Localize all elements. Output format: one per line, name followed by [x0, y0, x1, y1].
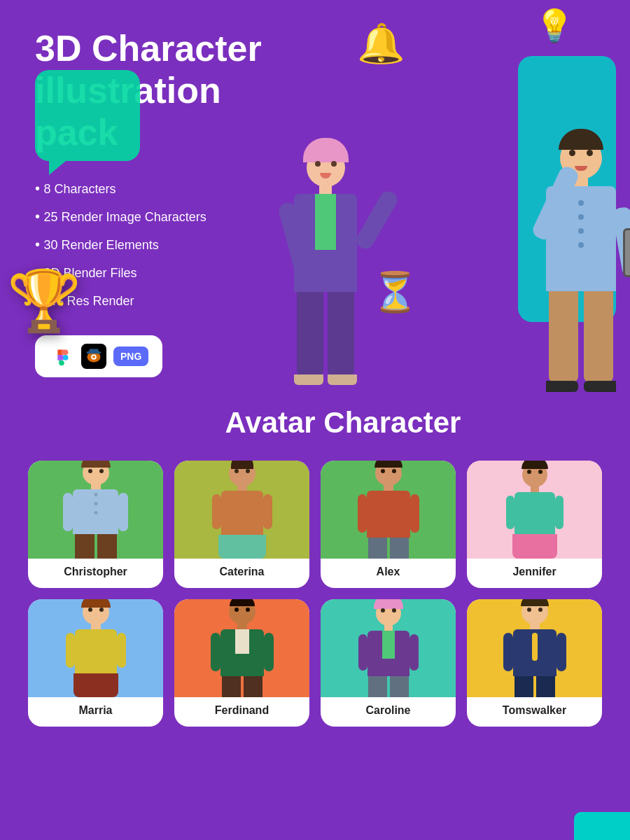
- avatar-img-christopher: [28, 461, 163, 559]
- male-character: [546, 137, 616, 392]
- avatar-card-ferdinand[interactable]: Ferdinand: [174, 599, 309, 727]
- trophy-container: 🏆: [7, 266, 81, 336]
- png-badge: PNG: [113, 346, 148, 366]
- avatar-img-marria: [28, 599, 163, 697]
- bell-icon: 🔔: [357, 21, 405, 66]
- avatar-card-caterina[interactable]: Caterina: [174, 461, 309, 588]
- hero-characters-area: 🔔 💡 ⏳: [252, 0, 630, 399]
- avatar-name-caroline: Caroline: [365, 704, 410, 717]
- bottom-teal-hint: [574, 812, 630, 840]
- avatar-name-caterina: Caterina: [219, 566, 264, 578]
- avatar-section: Avatar Character: [0, 406, 630, 766]
- avatar-img-tomswalker: [467, 599, 602, 697]
- avatar-card-caroline[interactable]: Caroline: [321, 599, 456, 727]
- avatar-img-jennifer: [467, 461, 602, 559]
- trophy-icon: 🏆: [7, 266, 81, 336]
- avatar-card-christopher[interactable]: Christopher: [28, 461, 163, 588]
- svg-point-1: [63, 355, 69, 360]
- avatar-grid-row2: Marria: [28, 599, 602, 727]
- avatar-name-ferdinand: Ferdinand: [215, 704, 269, 717]
- avatar-img-alex: [321, 461, 456, 559]
- avatar-card-marria[interactable]: Marria: [28, 599, 163, 727]
- avatar-name-marria: Marria: [78, 704, 112, 717]
- blender-icon: [81, 344, 106, 369]
- avatar-card-alex[interactable]: Alex: [321, 461, 456, 588]
- hourglass-icon: ⏳: [371, 270, 419, 315]
- format-badges-container: PNG: [35, 335, 162, 377]
- avatar-grid-row1: Christopher: [28, 461, 602, 588]
- avatar-card-tomswalker[interactable]: Tomswalker: [467, 599, 602, 727]
- figma-icon: [49, 344, 74, 369]
- avatar-name-alex: Alex: [377, 566, 400, 578]
- avatar-name-christopher: Christopher: [64, 566, 127, 578]
- avatar-name-tomswalker: Tomswalker: [503, 704, 566, 717]
- svg-point-5: [92, 356, 95, 358]
- avatar-img-ferdinand: [174, 599, 309, 697]
- avatar-img-caroline: [321, 599, 456, 697]
- avatar-img-caterina: [174, 461, 309, 559]
- hero-section: 3D Character illustration pack 8 Charact…: [0, 0, 630, 406]
- chat-bubble-decoration: [35, 70, 140, 161]
- avatar-section-title: Avatar Character: [84, 406, 602, 440]
- lightbulb-icon: 💡: [535, 7, 574, 44]
- avatar-card-jennifer[interactable]: Jennifer: [467, 461, 602, 588]
- female-character: [294, 148, 357, 385]
- avatar-name-jennifer: Jennifer: [512, 566, 556, 578]
- svg-rect-6: [87, 352, 102, 354]
